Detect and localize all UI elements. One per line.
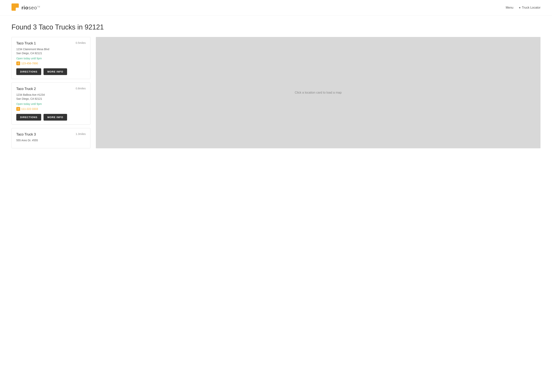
card-2-address-line1: 1234 Balboa Ave #1234 — [16, 93, 86, 97]
pin-icon: ● — [519, 6, 521, 10]
logo-white-square — [16, 8, 20, 12]
card-2-address: 1234 Balboa Ave #1234 San Diego, CA 9212… — [16, 93, 86, 101]
card-3-distance: 1.3miles — [76, 133, 86, 135]
page-title: Found 3 Taco Trucks in 92121 — [12, 23, 540, 31]
nav-truck-locator-button[interactable]: ● Truck Locator — [519, 6, 541, 10]
card-3-header: Taco Truck 3 1.3miles — [16, 133, 86, 136]
card-2-phone-icon: ✆ — [16, 107, 20, 111]
logo-icon — [12, 3, 20, 12]
location-list: Taco Truck 1 0.5miles 1234 Clairemont Me… — [12, 37, 92, 148]
card-2-actions: DIRECTIONS MORE INFO — [16, 114, 86, 121]
logo-text: rioseoTM — [22, 5, 40, 11]
card-1-address: 1234 Clairemont Mesa Blvd San Diego, CA … — [16, 47, 86, 55]
card-3-address-line1: 555 Areo Dr. #555 — [16, 138, 86, 142]
card-2-phone: ✆ 111-222-3333 — [16, 107, 86, 111]
card-1-phone-number: 123-456-7890 — [21, 62, 38, 65]
content-area: Taco Truck 1 0.5miles 1234 Clairemont Me… — [12, 37, 540, 148]
main-content: Found 3 Taco Trucks in 92121 Taco Truck … — [0, 15, 552, 156]
map-panel[interactable]: Click a location card to load a map — [96, 37, 540, 148]
card-2-header: Taco Truck 2 0.8miles — [16, 87, 86, 91]
nav-truck-locator-label: Truck Locator — [522, 6, 540, 9]
card-1-phone: ✆ 123-456-7890 — [16, 62, 86, 65]
card-2-more-info-button[interactable]: MORE INFO — [44, 114, 67, 121]
location-card-1[interactable]: Taco Truck 1 0.5miles 1234 Clairemont Me… — [12, 37, 90, 79]
nav-right: Menu ● Truck Locator — [506, 6, 540, 10]
card-1-phone-icon: ✆ — [16, 62, 20, 65]
card-1-actions: DIRECTIONS MORE INFO — [16, 68, 86, 75]
map-placeholder-text: Click a location card to load a map — [295, 91, 342, 94]
card-1-distance: 0.5miles — [76, 41, 86, 44]
card-1-directions-button[interactable]: DIRECTIONS — [16, 68, 41, 75]
location-card-3[interactable]: Taco Truck 3 1.3miles 555 Areo Dr. #555 — [12, 128, 90, 148]
card-1-more-info-button[interactable]: MORE INFO — [44, 68, 67, 75]
card-3-address: 555 Areo Dr. #555 — [16, 138, 86, 142]
card-1-header: Taco Truck 1 0.5miles — [16, 41, 86, 45]
card-3-name: Taco Truck 3 — [16, 133, 36, 136]
card-1-address-line2: San Diego, CA 92121 — [16, 51, 86, 55]
card-1-hours: Open today until 9pm — [16, 57, 86, 60]
logo-tm: TM — [37, 6, 40, 8]
logo-seo: seo — [28, 5, 37, 11]
logo: rioseoTM — [12, 3, 40, 12]
card-2-name: Taco Truck 2 — [16, 87, 36, 91]
card-2-phone-number: 111-222-3333 — [21, 107, 38, 111]
nav-menu-button[interactable]: Menu — [506, 6, 513, 9]
card-2-distance: 0.8miles — [76, 87, 86, 90]
card-1-name: Taco Truck 1 — [16, 41, 36, 45]
card-2-directions-button[interactable]: DIRECTIONS — [16, 114, 41, 121]
location-card-2[interactable]: Taco Truck 2 0.8miles 1234 Balboa Ave #1… — [12, 83, 90, 125]
card-2-hours: Open today until 9pm — [16, 102, 86, 105]
card-1-address-line1: 1234 Clairemont Mesa Blvd — [16, 47, 86, 51]
logo-rio: rio — [22, 5, 28, 11]
card-2-address-line2: San Diego, CA 92121 — [16, 97, 86, 101]
header: rioseoTM Menu ● Truck Locator — [0, 0, 552, 15]
